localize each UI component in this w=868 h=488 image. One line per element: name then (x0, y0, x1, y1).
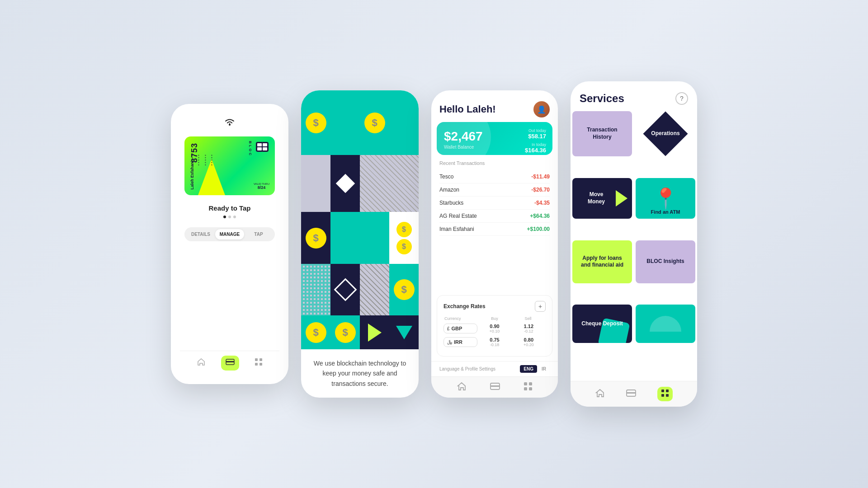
card-holder-name: Laleh Esfahani (190, 161, 194, 190)
art-cell-navy1 (330, 155, 360, 212)
svg-rect-10 (529, 382, 532, 385)
tx-name: Starbucks (439, 200, 463, 206)
art-area: $ $ (301, 90, 419, 349)
tx-row-realestate: AG Real Estate +$64.36 (439, 210, 550, 223)
tx-amount: -$11.49 (531, 174, 550, 180)
nav-grid-icon[interactable] (255, 358, 263, 368)
svg-rect-4 (259, 358, 262, 361)
wifi-icon (223, 117, 236, 129)
svg-rect-9 (524, 382, 527, 385)
phone1-nav (180, 351, 279, 375)
service-label: Operations (647, 130, 683, 137)
exchange-columns: Currency Buy Sell (443, 316, 546, 321)
tab-details[interactable]: DETAILS (186, 229, 215, 239)
phones-container: 8753 * * * * ** * * * ** * * * ** * * * … (171, 81, 697, 407)
lang-ir-button[interactable]: IR (538, 365, 550, 373)
tx-row-esfahani: Iman Esfahani +$100.00 (439, 223, 550, 236)
irr-badge: ﷼ IRR (443, 337, 477, 347)
tx-name: Iman Esfahani (439, 226, 474, 232)
triangle-icon (370, 231, 386, 245)
art-cell-teal-wide: $ (330, 90, 419, 155)
nav-card-icon[interactable] (221, 356, 239, 371)
svg-rect-17 (661, 394, 664, 397)
indicator-dot-1 (223, 216, 226, 218)
nav-home-icon[interactable] (197, 357, 206, 369)
service-bottom (636, 305, 695, 343)
tx-amount: +$64.36 (530, 213, 550, 219)
service-insights[interactable]: BLOC Insights (636, 240, 695, 283)
tx-name: AG Real Estate (439, 213, 477, 219)
nav-home-button[interactable] (595, 388, 605, 400)
page-indicator (223, 216, 236, 218)
art-cell-coin5: $ (301, 315, 330, 349)
arrow-icon (616, 190, 627, 206)
tx-amount: -$4.35 (534, 200, 550, 206)
dashboard-header: Hello Laleh! 👤 (431, 90, 558, 122)
coin-icon-6: $ (335, 322, 356, 343)
phone-dashboard: Hello Laleh! 👤 $2,467 Wallet Balance Out… (431, 90, 558, 398)
nav-home-button[interactable] (457, 381, 467, 393)
help-button[interactable]: ? (675, 92, 688, 105)
out-today-value: $58.17 (525, 133, 546, 140)
exchange-rates-section: Exchange Rates + Currency Buy Sell £ GBP… (437, 295, 552, 357)
exchange-header: Exchange Rates + (443, 301, 546, 312)
service-transaction-history[interactable]: TransactionHistory (572, 111, 632, 156)
nav-grid-button-active[interactable] (657, 387, 673, 401)
service-move-money[interactable]: Move Money (572, 178, 632, 219)
card-valid-thru: VALID THRU 8/24 (254, 183, 269, 190)
phone-card: 8753 * * * * ** * * * ** * * * ** * * * … (171, 104, 288, 384)
art-cell-diag (360, 155, 419, 212)
tx-amount: +$100.00 (527, 226, 550, 232)
tab-manage[interactable]: MANAGE (215, 229, 244, 239)
services-title: Services (580, 92, 624, 105)
phone-blockchain: $ $ (301, 90, 419, 398)
nav-card-button[interactable] (490, 382, 500, 392)
exchange-add-button[interactable]: + (535, 301, 546, 312)
language-bar: Language & Profile Settings ENG IR (431, 361, 558, 376)
art-cell-coin4: $ (389, 264, 419, 316)
exchange-title: Exchange Rates (443, 303, 486, 310)
svg-rect-15 (661, 389, 664, 392)
coin-icon-2: $ (364, 113, 385, 133)
svg-rect-8 (491, 385, 500, 387)
service-operations[interactable]: Operations (636, 111, 695, 156)
svg-rect-18 (666, 394, 669, 397)
services-header: Services ? (571, 81, 697, 109)
service-label: Apply for loansand financial aid (575, 251, 630, 272)
svg-rect-3 (255, 358, 258, 361)
coin-icon-5: $ (306, 322, 326, 343)
phone-services: Services ? TransactionHistory Operations (571, 81, 697, 407)
service-find-atm[interactable]: 📍 Find an ATM (636, 178, 695, 219)
col-sell: Sell (511, 316, 545, 321)
in-today-value: $164.36 (525, 147, 546, 154)
service-loans[interactable]: Apply for loansand financial aid (572, 240, 632, 283)
coin-icon-sm2: $ (396, 239, 412, 254)
service-cheque[interactable]: Cheque Deposit (572, 305, 632, 343)
art-cell-triangles (330, 212, 389, 264)
balance-section: $2,467 Wallet Balance Out today $58.17 I… (437, 122, 552, 155)
service-label: Find an ATM (647, 209, 684, 215)
irr-rate-row: ﷼ IRR 0.75 -0.18 0.80 +0.20 (443, 337, 546, 347)
tx-name: Tesco (439, 174, 453, 180)
art-cell-coins-sm: $ $ (389, 212, 419, 264)
tab-tap[interactable]: TAP (244, 229, 273, 239)
tx-row-amazon: Amazon -$26.70 (439, 183, 550, 197)
art-cell-nav-arrow (360, 315, 389, 349)
service-label: TransactionHistory (583, 127, 621, 141)
gbp-badge: £ GBP (443, 324, 477, 333)
svg-rect-11 (524, 387, 527, 390)
services-nav (571, 381, 697, 407)
art-cell-diamond-center (330, 264, 360, 316)
svg-point-0 (229, 124, 231, 126)
nav-grid-button[interactable] (524, 382, 533, 393)
blockchain-description: We use blockchain technology to keep you… (301, 349, 419, 398)
nav-card-button[interactable] (626, 389, 636, 399)
location-pin-icon: 📍 (653, 188, 678, 208)
tx-row-starbucks: Starbucks -$4.35 (439, 197, 550, 210)
art-cell-coin1: $ (301, 90, 330, 155)
coin-icon-4: $ (394, 279, 415, 300)
lang-eng-button[interactable]: ENG (520, 365, 537, 373)
gbp-sell: 1.12 -0.12 (512, 324, 546, 333)
avatar: 👤 (533, 101, 550, 117)
gbp-buy: 0.90 +0.10 (477, 324, 511, 333)
